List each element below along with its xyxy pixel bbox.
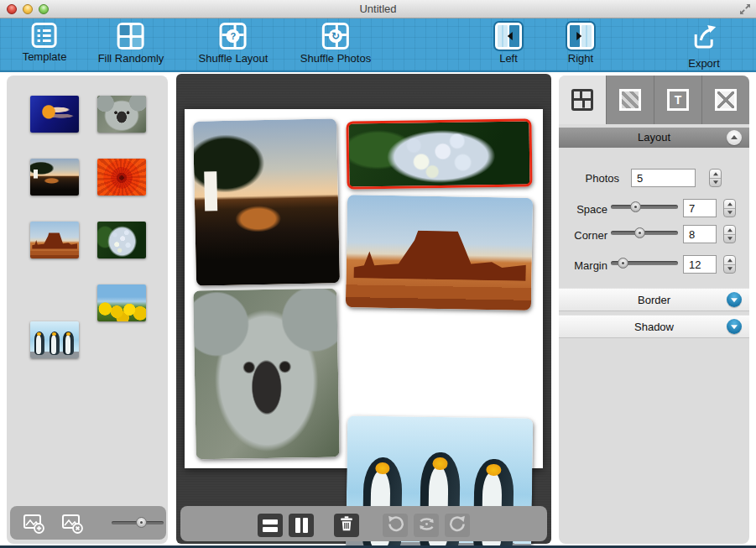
space-label: Space — [559, 203, 607, 216]
toggle-right-panel-button[interactable]: Right — [567, 23, 594, 65]
text-tab-icon: T — [667, 89, 689, 111]
titlebar: Untitled — [0, 0, 756, 18]
background-tab-icon — [619, 89, 641, 111]
margin-label: Margin — [559, 259, 607, 272]
shadow-section-title: Shadow — [634, 321, 674, 333]
thumbnail-yellow-tulips[interactable] — [97, 284, 146, 321]
rotate-left-icon — [386, 514, 405, 537]
shadow-section-header[interactable]: Shadow — [559, 315, 749, 338]
rotate-right-button[interactable] — [445, 514, 470, 537]
shuffle-photos-button[interactable]: Shuffle Photos — [300, 23, 371, 65]
export-icon — [690, 23, 718, 55]
border-section-header[interactable]: Border — [559, 288, 749, 311]
left-panel-icon — [495, 23, 522, 50]
corner-stepper[interactable] — [723, 225, 736, 243]
canvas-toolbar — [180, 506, 547, 541]
layout-section-title: Layout — [638, 131, 670, 144]
template-label: Template — [23, 50, 67, 63]
shuffle-layout-label: Shuffle Layout — [199, 52, 269, 65]
thumbnail-koala[interactable] — [97, 96, 146, 133]
template-icon — [32, 23, 57, 48]
toggle-left-panel-button[interactable]: Left — [495, 23, 522, 65]
corner-label: Corner — [559, 229, 607, 242]
inspector-panel: T Layout Photos Space Corner Margin — [559, 76, 749, 544]
space-field[interactable] — [683, 199, 717, 217]
inspector-tabs: T — [559, 76, 749, 124]
border-section-title: Border — [638, 294, 670, 306]
photos-stepper[interactable] — [709, 169, 722, 187]
fill-randomly-icon — [117, 23, 144, 50]
flip-button[interactable] — [414, 514, 439, 537]
photos-field[interactable] — [631, 169, 696, 187]
shuffle-photos-icon — [322, 23, 349, 50]
split-vertical-icon — [295, 518, 308, 533]
toolbar: Template Fill Randomly Shuffle Layout Sh… — [0, 18, 756, 72]
margin-slider — [611, 258, 678, 269]
right-label: Right — [568, 52, 593, 65]
left-label: Left — [499, 52, 518, 65]
tab-clear[interactable] — [701, 76, 749, 124]
expand-border-button[interactable] — [727, 292, 742, 307]
template-button[interactable]: Template — [23, 23, 67, 63]
rotate-left-button[interactable] — [383, 514, 408, 537]
fill-randomly-button[interactable]: Fill Randomly — [98, 23, 164, 65]
right-panel-icon — [567, 23, 594, 50]
export-label: Export — [688, 57, 720, 70]
margin-stepper[interactable] — [723, 255, 736, 274]
corner-field[interactable] — [683, 225, 717, 243]
library-toolbar — [10, 506, 166, 540]
photos-label: Photos — [559, 172, 619, 185]
app-window: Untitled Template Fill Randomly Shuffle … — [0, 0, 756, 548]
flip-icon — [417, 514, 436, 537]
split-vertical-button[interactable] — [289, 514, 314, 537]
split-horizontal-icon — [263, 519, 278, 532]
space-slider-track[interactable] — [611, 205, 678, 209]
collage-canvas — [176, 74, 551, 544]
tab-text[interactable]: T — [654, 76, 701, 124]
photo-library-panel — [7, 76, 168, 544]
clear-tab-icon — [715, 89, 737, 111]
fill-randomly-label: Fill Randomly — [98, 52, 164, 65]
tab-layout[interactable] — [559, 76, 606, 124]
collage-photo-hydrangea-selected[interactable] — [346, 118, 532, 189]
export-button[interactable]: Export — [688, 23, 720, 70]
split-horizontal-button[interactable] — [258, 514, 283, 537]
collage-photo-lighthouse[interactable] — [193, 118, 340, 286]
collage-page[interactable] — [185, 109, 543, 468]
rotate-right-icon — [448, 514, 467, 537]
collapse-layout-button[interactable] — [727, 130, 742, 145]
layout-tab-icon — [571, 89, 593, 111]
thumbnail-red-flower[interactable] — [97, 159, 146, 196]
layout-section-header[interactable]: Layout — [559, 128, 749, 148]
thumbnail-desert-mesa[interactable] — [30, 222, 79, 258]
corner-slider-thumb[interactable] — [634, 227, 645, 238]
window-title: Untitled — [0, 3, 756, 15]
thumbnail-penguins[interactable] — [30, 321, 79, 358]
thumbnail-size-slider — [112, 519, 164, 526]
corner-slider — [611, 227, 678, 238]
shuffle-layout-button[interactable]: Shuffle Layout — [199, 23, 269, 65]
shuffle-photos-label: Shuffle Photos — [300, 52, 371, 65]
thumbnail-hydrangea[interactable] — [97, 222, 146, 258]
space-slider-thumb[interactable] — [630, 201, 641, 212]
collage-photo-koala[interactable] — [193, 289, 339, 460]
space-slider — [611, 201, 678, 212]
fullscreen-icon[interactable] — [739, 3, 751, 15]
space-stepper[interactable] — [723, 199, 736, 217]
trash-icon — [337, 514, 356, 536]
slider-thumb[interactable] — [136, 517, 147, 528]
delete-photo-button[interactable] — [334, 514, 359, 537]
margin-field[interactable] — [683, 255, 717, 274]
expand-shadow-button[interactable] — [727, 319, 742, 334]
margin-slider-thumb[interactable] — [618, 258, 628, 269]
thumbnail-lighthouse[interactable] — [30, 159, 79, 196]
tab-background[interactable] — [606, 76, 654, 124]
collage-photo-desert-mesa[interactable] — [346, 195, 533, 311]
thumbnail-jellyfish[interactable] — [30, 96, 79, 133]
shuffle-layout-icon — [220, 23, 247, 50]
